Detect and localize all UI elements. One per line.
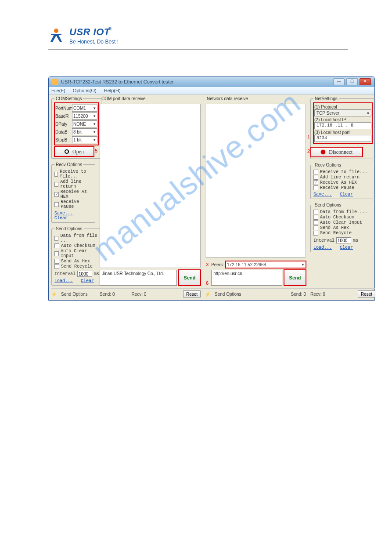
net-settings-group: NetSettings (1) Protocol TCP Server▾ (2)…: [310, 96, 375, 159]
logo-icon: [48, 28, 64, 44]
close-button[interactable]: ✕: [360, 78, 371, 85]
chevron-down-icon: ▼: [93, 106, 96, 110]
com-settings-legend: COMSettings: [54, 96, 83, 101]
checkbox[interactable]: [54, 202, 59, 207]
save-link[interactable]: Save...: [313, 192, 332, 197]
protocol-select[interactable]: TCP Server▾: [314, 109, 371, 116]
menubar: File(F) Options(O) Help(H): [49, 87, 374, 94]
app-window: USR-TCP232-Test RS232 to Ethernet Conver…: [48, 76, 375, 301]
send-options-right: Send Options Data from file ... Auto Che…: [310, 203, 375, 252]
com-recv-count: Recv: 0: [131, 292, 146, 297]
chevron-down-icon: ▾: [367, 111, 369, 116]
maximize-button[interactable]: ☐: [346, 78, 358, 85]
tagline-text: Be Honest, Do Best !: [69, 39, 119, 45]
menu-file[interactable]: File(F): [51, 88, 65, 93]
header: USR IOT® Be Honest, Do Best !: [48, 26, 348, 50]
checkbox-checked[interactable]: ✓: [54, 192, 59, 197]
datab-select[interactable]: 8 bit▼: [72, 128, 97, 135]
com-send-button[interactable]: Send: [179, 270, 201, 286]
status-net-label: Send Options: [215, 292, 241, 297]
com-settings-group: COMSettings PortNum COM1▼ BaudR 115200▼ …: [51, 96, 101, 159]
baud-select[interactable]: 115200▼: [72, 112, 97, 120]
parity-label: DPaty: [55, 122, 72, 127]
app-icon: [52, 79, 58, 85]
bolt-icon: ⚡: [51, 292, 57, 297]
peers-select[interactable]: 172.16.11.52:22668▼: [226, 261, 306, 268]
checkbox[interactable]: [54, 259, 59, 264]
load-link[interactable]: Load...: [313, 245, 332, 250]
baud-label: BaudR: [55, 114, 72, 119]
chevron-down-icon: ▼: [301, 263, 305, 267]
callout-5: 5: [95, 148, 97, 153]
net-send-text[interactable]: http://en.usr.cn: [211, 270, 282, 286]
checkbox-checked[interactable]: ✓: [313, 180, 318, 185]
net-send-button[interactable]: Send: [284, 270, 306, 286]
portnum-select[interactable]: COM1▼: [72, 105, 97, 112]
svg-point-0: [54, 29, 58, 33]
clear-link[interactable]: Clear: [81, 279, 94, 283]
clear-link[interactable]: Clear: [340, 245, 353, 250]
checkbox[interactable]: [54, 243, 59, 248]
com-recv-area: [100, 104, 201, 268]
checkbox[interactable]: [54, 264, 59, 269]
circle-icon: [65, 149, 69, 154]
interval-input[interactable]: [77, 271, 92, 277]
ip-field[interactable]: 172.16 .11 . 8: [314, 122, 371, 129]
disconnect-button[interactable]: Disconnect: [311, 147, 363, 157]
portnum-label: PortNum: [55, 106, 72, 111]
checkbox[interactable]: [313, 175, 318, 180]
chevron-down-icon: ▼: [93, 130, 96, 134]
open-button[interactable]: Open: [54, 147, 94, 156]
checkbox[interactable]: [313, 225, 318, 230]
com-reset-button[interactable]: Reset: [183, 290, 201, 297]
checkbox[interactable]: [313, 215, 318, 220]
recv-options-left: Recv Options Receive to file... Add line…: [51, 162, 95, 223]
peers-label: Peers:: [211, 262, 224, 267]
com-recv-title: COM port data receive: [100, 96, 201, 101]
callout-2: 2: [307, 149, 310, 154]
stopb-select[interactable]: 1 bit▼: [72, 136, 97, 143]
net-reset-button[interactable]: Reset: [358, 290, 375, 297]
brand-text: USR IOT: [69, 26, 110, 37]
com-send-text[interactable]: Jinan USR Technology Co., Ltd.: [100, 270, 177, 286]
clear-link[interactable]: Clear: [54, 216, 68, 221]
chevron-down-icon: ▼: [93, 114, 96, 118]
stopb-label: StopB: [55, 138, 72, 142]
menu-help[interactable]: Help(H): [104, 88, 121, 93]
callout-6: 6: [206, 280, 209, 286]
titlebar: USR-TCP232-Test RS232 to Ethernet Conver…: [49, 76, 374, 87]
send-options-left: Send Options Data from file ... Auto Che…: [51, 226, 102, 286]
checkbox[interactable]: [313, 231, 318, 236]
clear-link[interactable]: Clear: [340, 192, 353, 197]
status-dot-icon: [321, 150, 325, 154]
checkbox[interactable]: [313, 185, 318, 190]
minimize-button[interactable]: —: [333, 78, 345, 85]
status-left-label: Send Options: [61, 292, 88, 297]
chevron-down-icon: ▼: [93, 122, 96, 126]
parity-select[interactable]: NONE▼: [72, 120, 97, 127]
net-recv-title: Network data receive: [205, 96, 306, 101]
com-send-count: Send: 0: [100, 292, 115, 297]
net-send-count: Send: 0: [291, 292, 306, 297]
checkbox[interactable]: [313, 170, 318, 174]
net-recv-count: Recv: 0: [310, 292, 325, 297]
menu-options[interactable]: Options(O): [73, 88, 97, 93]
datab-label: DataB: [55, 130, 72, 134]
port-field[interactable]: 8234: [314, 135, 371, 142]
callout-3: 3: [206, 262, 209, 267]
checkbox[interactable]: [313, 220, 318, 225]
checkbox[interactable]: [54, 236, 58, 241]
bolt-icon: ⚡: [205, 292, 210, 297]
load-link[interactable]: Load...: [54, 279, 73, 283]
checkbox[interactable]: [313, 210, 318, 214]
interval-input[interactable]: [336, 237, 351, 243]
net-recv-area: [205, 104, 306, 258]
recv-options-right: Recv Options Receive to file... Add line…: [310, 163, 375, 199]
callout-1: 1: [307, 134, 310, 139]
save-link[interactable]: Save...: [54, 211, 73, 216]
checkbox[interactable]: [54, 182, 58, 187]
chevron-down-icon: ▼: [93, 138, 96, 142]
checkbox[interactable]: [54, 251, 59, 256]
window-title: USR-TCP232-Test RS232 to Ethernet Conver…: [61, 79, 174, 84]
checkbox[interactable]: [54, 172, 58, 177]
